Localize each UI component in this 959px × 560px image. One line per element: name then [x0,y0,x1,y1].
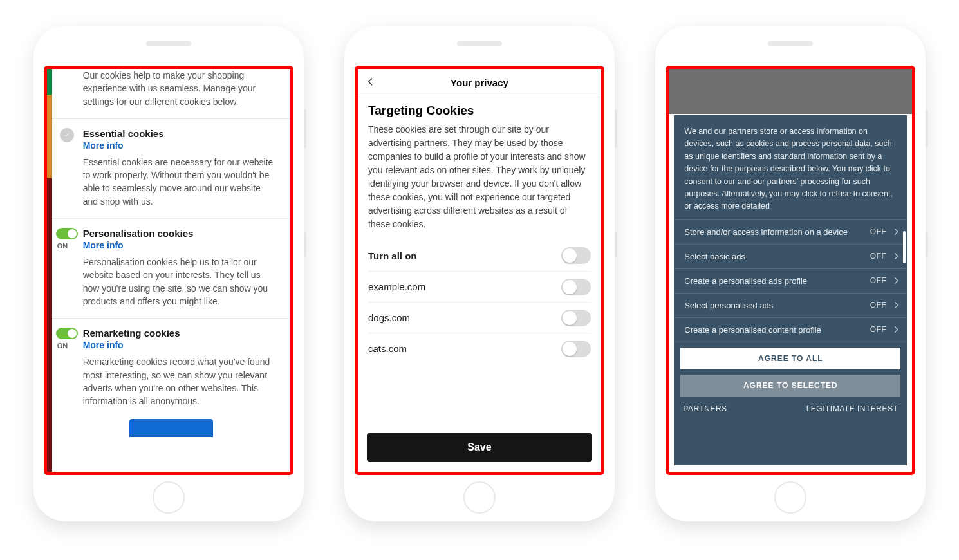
personalisation-cookies-block: ON Personalisation cookies More info Per… [52,218,290,318]
domain-toggle[interactable] [561,279,591,295]
primary-button-strip [52,418,290,437]
domain-label: cats.com [368,343,407,354]
screen-highlight-box: Our cookies help to make your shopping e… [44,66,293,475]
phone-side-button [926,232,928,257]
consent-intro: We and our partners store or access info… [674,115,907,219]
consent-label: Select basic ads [684,252,745,261]
phone-2: Your privacy Targeting Cookies These coo… [344,26,615,521]
chevron-right-icon [891,276,900,285]
consent-row[interactable]: Create a personalised ads profile OFF [674,268,907,293]
phone-side-button [926,109,928,148]
domain-row: example.com [368,271,591,302]
primary-button[interactable] [129,419,213,437]
consent-label: Store and/or access information on a dev… [684,227,848,237]
header-title: Your privacy [451,77,508,88]
domain-toggle[interactable] [561,310,591,326]
agree-to-all-button[interactable]: AGREE TO ALL [680,348,900,369]
consent-panel: We and our partners store or access info… [674,115,907,465]
remarketing-cookies-block: ON Remarketing cookies More info Remarke… [52,318,290,418]
domain-toggle[interactable] [561,341,591,357]
toggle-on-label: ON [57,342,68,350]
toggle-on-label: ON [57,242,68,250]
personalisation-title: Personalisation cookies [83,228,274,239]
essential-cookies-block: Essential cookies More info Essential co… [52,118,290,218]
phone-side-button [615,109,617,148]
domain-row: dogs.com [368,302,591,333]
remarketing-title: Remarketing cookies [83,328,274,339]
phone-side-button [304,109,306,148]
partners-link[interactable]: PARTNERS [683,404,727,413]
targeting-heading: Targeting Cookies [368,104,591,118]
essential-desc: Essential cookies are necessary for our … [83,156,274,208]
background-bar [669,69,912,114]
consent-label: Create a personalised content profile [684,325,821,335]
chevron-right-icon [891,325,900,334]
off-state: OFF [870,301,887,310]
remarketing-toggle[interactable] [56,328,78,339]
check-icon [60,128,74,142]
back-icon[interactable] [366,77,378,89]
save-button[interactable]: Save [367,433,592,462]
domain-label: example.com [368,281,425,292]
scrollbar-thumb[interactable] [903,231,906,263]
cookie-settings-panel: Our cookies help to make your shopping e… [52,69,290,472]
more-info-link[interactable]: More info [83,340,124,350]
phone-side-button [615,232,617,257]
domain-label: dogs.com [368,312,410,323]
screen-highlight-box: Your privacy Targeting Cookies These coo… [355,66,604,475]
agree-to-selected-button[interactable]: AGREE TO SELECTED [680,375,900,397]
consent-row[interactable]: Select basic ads OFF [674,244,907,268]
more-info-link[interactable]: More info [83,240,124,250]
targeting-body: Targeting Cookies These cookies are set … [358,97,601,364]
turn-all-on-row: Turn all on [368,240,591,271]
personalisation-toggle[interactable] [56,228,78,239]
chevron-right-icon [891,252,900,261]
phone-side-button [304,232,306,257]
phone-3: We and our partners store or access info… [655,26,926,521]
domain-row: cats.com [368,333,591,364]
consent-row[interactable]: Store and/or access information on a dev… [674,219,907,244]
remarketing-desc: Remarketing cookies record what you've f… [83,355,274,407]
off-state: OFF [870,252,887,261]
personalisation-desc: Personalisation cookies help us to tailo… [83,256,274,308]
off-state: OFF [870,325,887,334]
consent-label: Create a personalised ads profile [684,276,807,286]
chevron-right-icon [891,301,900,310]
turn-all-on-label: Turn all on [368,250,417,261]
consent-row[interactable]: Select personalised ads OFF [674,293,907,317]
chevron-right-icon [891,227,900,236]
legitimate-interest-link[interactable]: LEGITIMATE INTEREST [806,404,898,413]
turn-all-on-toggle[interactable] [561,247,591,264]
essential-title: Essential cookies [83,128,274,139]
screen-highlight-box: We and our partners store or access info… [666,66,915,475]
consent-row[interactable]: Create a personalised content profile OF… [674,317,907,342]
off-state: OFF [870,276,887,285]
more-info-link[interactable]: More info [83,140,124,151]
off-state: OFF [870,227,887,236]
modal-header: Your privacy [358,69,601,97]
consent-label: Select personalised ads [684,301,773,310]
intro-text: Our cookies help to make your shopping e… [52,69,290,118]
targeting-explain: These cookies are set through our site b… [368,123,591,231]
phone-1: Our cookies help to make your shopping e… [33,26,304,521]
